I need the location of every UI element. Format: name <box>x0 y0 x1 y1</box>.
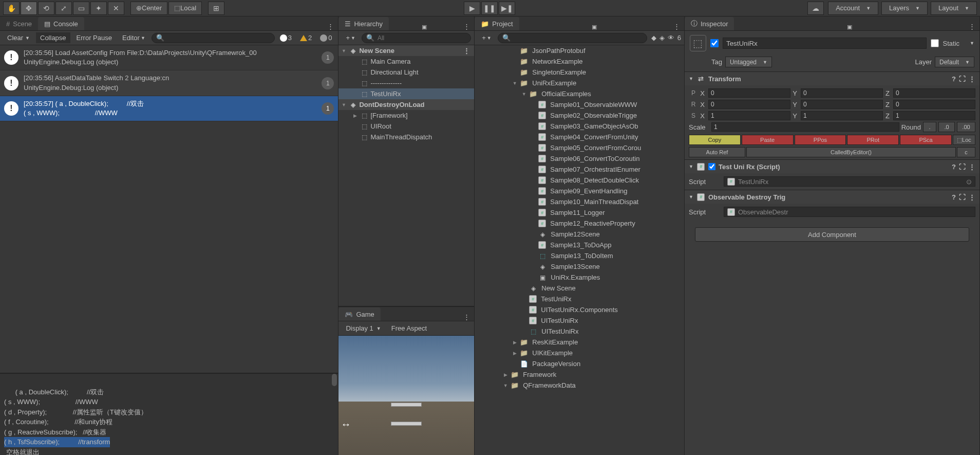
step-button[interactable]: ▶❚ <box>499 2 515 15</box>
paste-button[interactable]: Paste <box>742 135 794 145</box>
project-item[interactable]: ▶Framework <box>475 369 684 380</box>
inspector-tab-options[interactable]: ⋮ <box>965 23 979 30</box>
hierarchy-item[interactable]: ▶⬚[Framework] <box>338 110 474 121</box>
position-y[interactable] <box>801 88 883 98</box>
script-field[interactable]: #ObservableDestr <box>724 207 975 217</box>
account-dropdown[interactable]: Account▼ <box>828 2 878 15</box>
project-item[interactable]: #Sample02_ObservableTrigge <box>475 110 684 121</box>
layers-dropdown[interactable]: Layers▼ <box>881 2 928 15</box>
project-item[interactable]: ◈Sample13Scene <box>475 261 684 272</box>
prot-button[interactable]: PRot <box>847 135 899 145</box>
hierarchy-tab-options[interactable]: ⋮ <box>459 23 474 30</box>
info-count[interactable]: 0 <box>317 34 335 42</box>
rotation-x[interactable] <box>708 100 790 109</box>
search-by-type[interactable]: ◆ <box>651 34 656 42</box>
preset-icon[interactable]: ⛶ <box>959 163 966 171</box>
tab-scene[interactable]: #Scene <box>0 17 38 30</box>
project-item[interactable]: ◈New Scene <box>475 283 684 294</box>
project-item[interactable]: 📄PackageVersion <box>475 358 684 369</box>
project-item[interactable]: #Sample05_ConvertFromCorou <box>475 142 684 153</box>
project-item[interactable]: #Sample01_ObservableWWW <box>475 99 684 110</box>
tag-dropdown[interactable]: Untagged▼ <box>725 57 772 67</box>
custom-tool[interactable]: ✕ <box>108 2 124 15</box>
project-item[interactable]: #Sample12_ReactiveProperty <box>475 218 684 229</box>
hierarchy-item[interactable]: ⬚UIRoot <box>338 121 474 132</box>
layer-dropdown[interactable]: Default▼ <box>935 57 974 67</box>
hierarchy-item[interactable]: ⬚MainThreadDispatch <box>338 132 474 142</box>
search-by-label[interactable]: ◈ <box>659 34 665 42</box>
pause-button[interactable]: ❚❚ <box>481 2 498 15</box>
hierarchy-maximize[interactable]: ▣ <box>419 24 430 30</box>
project-item[interactable]: ▶ResKitExample <box>475 337 684 348</box>
layout-dropdown[interactable]: Layout▼ <box>931 2 977 15</box>
position-x[interactable] <box>708 88 790 98</box>
script-field[interactable]: #TestUniRx⊙ <box>724 176 975 187</box>
project-search[interactable]: 🔍 <box>498 33 647 43</box>
hierarchy-item[interactable]: ⬚TestUniRx <box>338 88 474 99</box>
scale-tool[interactable]: ⤢ <box>55 2 72 15</box>
log-row[interactable]: ![20:35:56] Load AssetConfig From File:D… <box>0 45 338 70</box>
warn-count[interactable]: 2 <box>297 34 315 42</box>
project-item[interactable]: ▶UIKitExample <box>475 348 684 358</box>
scene-header[interactable]: ▼◈DontDestroyOnLoad <box>338 99 474 110</box>
log-row[interactable]: ![20:35:56] AssetDataTable Switch 2 Lang… <box>0 70 338 96</box>
tab-console[interactable]: ▤Console <box>38 17 84 30</box>
rotate-tool[interactable]: ⟲ <box>38 2 54 15</box>
c-button[interactable]: c <box>957 147 975 157</box>
rotation-z[interactable] <box>893 100 975 109</box>
psca-button[interactable]: PSca <box>900 135 952 145</box>
project-item[interactable]: #Sample09_EventHandling <box>475 186 684 196</box>
project-item[interactable]: ▼QFrameworkData <box>475 380 684 391</box>
collapse-button[interactable]: Collapse <box>36 32 70 43</box>
testscript-foldout[interactable]: ▼ <box>689 164 694 169</box>
scale-z[interactable] <box>893 111 975 120</box>
position-z[interactable] <box>893 88 975 98</box>
project-item[interactable]: ⬚UITestUniRx <box>475 326 684 337</box>
project-maximize[interactable]: ▣ <box>589 24 600 30</box>
project-item[interactable]: #UITestUniRx <box>475 315 684 326</box>
uniform-scale[interactable] <box>711 122 899 132</box>
project-item[interactable]: #Sample06_ConvertToCoroutin <box>475 153 684 164</box>
project-item[interactable]: #TestUniRx <box>475 294 684 304</box>
project-item[interactable]: #Sample10_MainThreadDispat <box>475 196 684 207</box>
project-item[interactable]: #Sample03_GameObjectAsOb <box>475 121 684 132</box>
error-pause-button[interactable]: Error Pause <box>72 32 116 43</box>
preset-icon[interactable]: ⛶ <box>959 75 966 83</box>
project-item[interactable]: ▼OfficialExamples <box>475 88 684 99</box>
editor-dropdown[interactable]: Editor▼ <box>118 32 149 43</box>
ppos-button[interactable]: PPos <box>795 135 846 145</box>
help-icon[interactable]: ? <box>952 163 956 171</box>
help-icon[interactable]: ? <box>952 193 956 201</box>
static-checkbox[interactable] <box>931 39 939 47</box>
hierarchy-search[interactable]: 🔍 <box>362 33 471 43</box>
preset-icon[interactable]: ⛶ <box>959 193 966 201</box>
add-component-button[interactable]: Add Component <box>695 227 969 242</box>
game-tab-options[interactable]: ⋮ <box>459 313 474 321</box>
project-item[interactable]: ◈Sample12Scene <box>475 229 684 240</box>
calledby-button[interactable]: CalledByEditor() <box>746 147 956 157</box>
project-item[interactable]: ▼UniRxExample <box>475 78 684 88</box>
hand-tool[interactable]: ✋ <box>3 2 20 15</box>
move-tool[interactable]: ✥ <box>21 2 37 15</box>
project-item[interactable]: NetworkExample <box>475 56 684 67</box>
scene-header[interactable]: ▼◈New Scene⋮ <box>338 45 474 56</box>
log-row[interactable]: ![20:35:57] ( a , DoubleClick); //双击 ( s… <box>0 96 338 121</box>
inspector-lock[interactable]: ▣ <box>844 24 855 30</box>
error-count[interactable]: 3 <box>277 34 295 42</box>
scene-menu[interactable]: ⋮ <box>459 47 474 54</box>
tab-hierarchy[interactable]: ☰Hierarchy <box>338 17 389 30</box>
pivot-toggle[interactable]: ⊕Center <box>130 2 167 15</box>
cloud-button[interactable]: ☁ <box>807 2 824 15</box>
play-button[interactable]: ▶ <box>464 2 480 15</box>
project-item[interactable]: #Sample08_DetectDoubleClick <box>475 175 684 186</box>
tab-inspector[interactable]: ⓘInspector <box>685 17 734 30</box>
project-item[interactable]: SingletonExample <box>475 67 684 78</box>
transform-foldout[interactable]: ▼ <box>689 76 694 81</box>
rotation-y[interactable] <box>801 100 883 109</box>
project-item[interactable]: #UITestUniRx.Components <box>475 304 684 315</box>
autoref-button[interactable]: Auto Ref <box>689 147 745 157</box>
component-menu[interactable]: ⋮ <box>969 163 975 171</box>
transform-tool[interactable]: ✦ <box>90 2 107 15</box>
display-dropdown[interactable]: Display 1▼ <box>342 323 385 334</box>
project-item[interactable]: #Sample11_Logger <box>475 207 684 218</box>
